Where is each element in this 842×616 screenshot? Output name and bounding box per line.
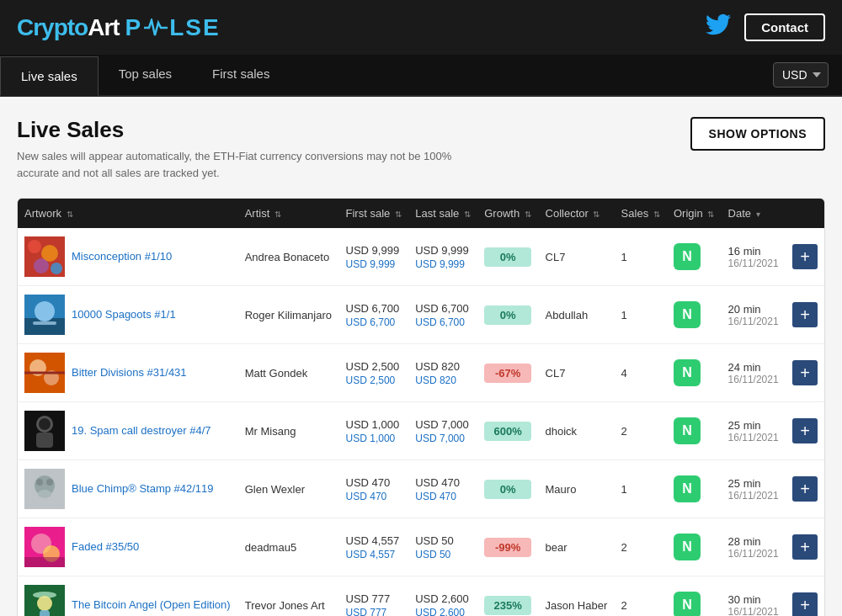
last-sale-cell-0: USD 9,999 USD 9,999 <box>408 228 477 286</box>
col-first-sale[interactable]: First sale ⇅ <box>339 199 409 228</box>
svg-rect-15 <box>36 433 53 448</box>
artwork-name-0[interactable]: Misconception #1/10 <box>72 250 172 264</box>
origin-badge-6[interactable]: N <box>674 592 701 616</box>
artist-name-2: Matt Gondek <box>245 367 307 380</box>
artwork-thumbnail-2 <box>24 353 65 393</box>
collector-cell-2: CL7 <box>539 344 615 402</box>
expand-button-3[interactable]: + <box>792 418 818 443</box>
expand-button-6[interactable]: + <box>792 592 818 616</box>
origin-badge-0[interactable]: N <box>674 243 701 270</box>
col-growth[interactable]: Growth ⇅ <box>477 199 538 228</box>
collector-cell-4: Mauro <box>539 460 615 518</box>
sort-collector-icon: ⇅ <box>593 210 600 219</box>
svg-point-28 <box>37 596 52 611</box>
sort-date-icon: ▾ <box>756 210 760 219</box>
col-date[interactable]: Date ▾ <box>722 199 786 228</box>
tab-live-sales[interactable]: Live sales <box>0 56 99 96</box>
first-sale-sub-3: USD 1,000 <box>346 433 402 444</box>
col-origin[interactable]: Origin ⇅ <box>667 199 722 228</box>
origin-badge-2[interactable]: N <box>674 359 701 386</box>
sales-count-0: 1 <box>621 251 627 263</box>
svg-rect-8 <box>33 321 56 325</box>
last-sale-sub-3: USD 7,000 <box>415 433 471 444</box>
col-action <box>786 199 824 228</box>
artist-cell-3: Mr Misang <box>238 402 339 460</box>
artwork-cell-2: Bitter Divisions #31/431 <box>18 344 238 402</box>
show-options-button[interactable]: SHOW OPTIONS <box>690 117 825 151</box>
col-collector[interactable]: Collector ⇅ <box>539 199 615 228</box>
date-cell-5: 28 min 16/11/2021 <box>722 518 786 576</box>
tab-top-sales[interactable]: Top sales <box>99 55 192 95</box>
first-sale-main-1: USD 6,700 <box>346 302 402 315</box>
first-sale-cell-6: USD 777 USD 777 <box>339 576 409 617</box>
collector-name-2: CL7 <box>546 367 566 380</box>
origin-cell-4: N <box>667 460 722 518</box>
artwork-cell-6: The Bitcoin Angel (Open Edition) <box>18 576 238 617</box>
twitter-icon[interactable] <box>706 13 731 41</box>
growth-cell-0: 0% <box>477 228 538 286</box>
date-sub-6: 16/11/2021 <box>728 606 779 617</box>
col-last-sale[interactable]: Last sale ⇅ <box>408 199 477 228</box>
last-sale-cell-3: USD 7,000 USD 7,000 <box>408 402 477 460</box>
artwork-name-2[interactable]: Bitter Divisions #31/431 <box>72 366 187 380</box>
date-main-4: 25 min <box>728 477 779 490</box>
sales-table: Artwork ⇅ Artist ⇅ First sale ⇅ Last sal… <box>18 199 824 616</box>
first-sale-main-3: USD 1,000 <box>346 418 402 431</box>
collector-name-5: bear <box>546 541 568 554</box>
last-sale-main-5: USD 50 <box>415 534 471 547</box>
origin-badge-3[interactable]: N <box>674 417 701 444</box>
origin-badge-5[interactable]: N <box>674 534 701 560</box>
first-sale-main-4: USD 470 <box>346 476 402 489</box>
last-sale-cell-2: USD 820 USD 820 <box>408 344 477 402</box>
artwork-name-6[interactable]: The Bitcoin Angel (Open Edition) <box>72 598 231 613</box>
artist-cell-5: deadmau5 <box>238 518 339 576</box>
first-sale-sub-4: USD 470 <box>346 491 402 502</box>
origin-cell-5: N <box>667 518 722 576</box>
artist-name-4: Glen Wexler <box>245 483 305 496</box>
tabs-right: USD EUR ETH <box>773 62 842 88</box>
contact-button[interactable]: Contact <box>744 13 825 41</box>
date-cell-1: 20 min 16/11/2021 <box>722 286 786 344</box>
col-sales[interactable]: Sales ⇅ <box>615 199 667 228</box>
artwork-name-4[interactable]: Blue Chimp® Stamp #42/119 <box>72 482 214 497</box>
collector-name-1: Abdullah <box>546 309 589 321</box>
header: CryptoArt PLSE Contact <box>0 0 842 55</box>
artwork-cell-3: 19. Spam call destroyer #4/7 <box>18 402 238 460</box>
artist-name-3: Mr Misang <box>245 425 296 438</box>
collector-name-6: Jason Haber <box>546 599 608 612</box>
artist-cell-6: Trevor Jones Art <box>238 576 339 617</box>
origin-badge-1[interactable]: N <box>674 301 701 328</box>
expand-button-0[interactable]: + <box>792 244 818 269</box>
currency-select[interactable]: USD EUR ETH <box>773 62 829 88</box>
expand-button-5[interactable]: + <box>792 534 818 560</box>
svg-point-20 <box>46 479 53 486</box>
sort-sales-icon: ⇅ <box>653 210 660 219</box>
svg-point-7 <box>35 301 55 321</box>
artwork-thumbnail-3 <box>24 411 65 451</box>
date-main-5: 28 min <box>728 535 779 548</box>
artist-cell-0: Andrea Bonaceto <box>238 228 339 286</box>
expand-button-4[interactable]: + <box>792 476 818 502</box>
last-sale-sub-4: USD 470 <box>415 491 471 502</box>
tab-first-sales[interactable]: First sales <box>192 55 290 95</box>
col-artwork[interactable]: Artwork ⇅ <box>18 199 238 228</box>
expand-button-2[interactable]: + <box>792 360 818 385</box>
last-sale-main-4: USD 470 <box>415 476 471 489</box>
origin-badge-4[interactable]: N <box>674 475 701 502</box>
table-row: 10000 Spagoots #1/1 Roger Kilimanjaro US… <box>18 286 824 344</box>
artwork-name-1[interactable]: 10000 Spagoots #1/1 <box>72 308 176 322</box>
sort-first-sale-icon: ⇅ <box>395 210 402 219</box>
sales-cell-6: 2 <box>615 576 667 617</box>
sales-count-3: 2 <box>621 425 627 438</box>
artist-name-1: Roger Kilimanjaro <box>245 309 332 321</box>
artwork-name-5[interactable]: Faded #35/50 <box>72 540 139 555</box>
action-cell-2: + <box>786 344 824 402</box>
page-title: Live Sales <box>17 117 690 143</box>
col-artist[interactable]: Artist ⇅ <box>238 199 339 228</box>
artwork-cell-4: Blue Chimp® Stamp #42/119 <box>18 460 238 518</box>
artwork-name-3[interactable]: 19. Spam call destroyer #4/7 <box>72 424 210 438</box>
sort-growth-icon: ⇅ <box>525 210 531 219</box>
date-sub-3: 16/11/2021 <box>728 432 779 443</box>
sales-count-1: 1 <box>621 309 627 321</box>
expand-button-1[interactable]: + <box>792 302 818 327</box>
